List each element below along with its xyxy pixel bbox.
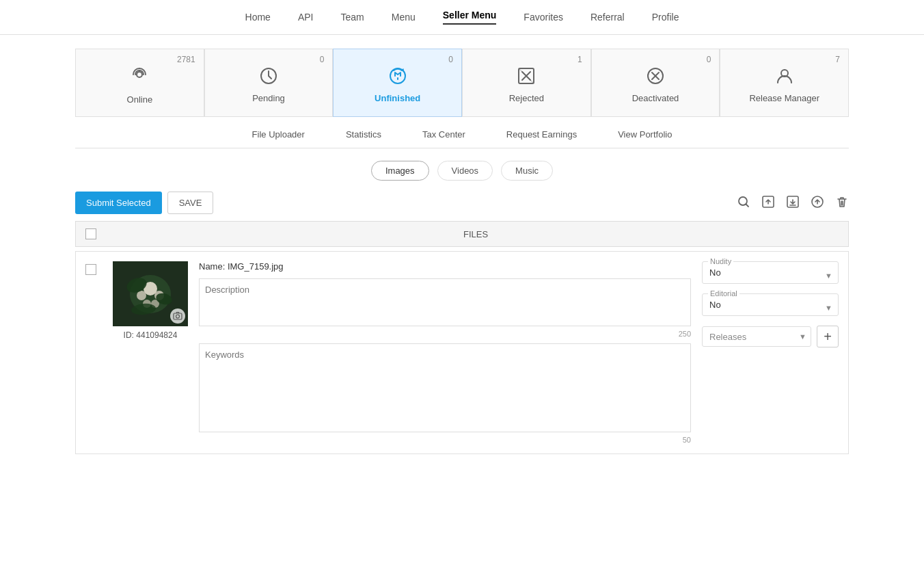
nudity-select[interactable]: No Yes	[709, 265, 831, 278]
deactivated-icon	[644, 65, 666, 89]
card-online[interactable]: 2781 Online	[75, 49, 204, 117]
card-deactivated-label: Deactivated	[632, 93, 679, 103]
tab-videos[interactable]: Videos	[437, 161, 493, 181]
nudity-field-group: Nudity No Yes ▼	[702, 261, 839, 284]
file-row: ID: 441094824 Name: IMG_7159.jpg 250 50 …	[75, 251, 849, 454]
card-release-manager-count: 7	[835, 55, 840, 64]
file-checkbox-wrap[interactable]	[85, 261, 102, 277]
camera-icon-overlay	[170, 308, 185, 324]
card-pending[interactable]: 0 Pending	[204, 49, 334, 117]
card-release-manager[interactable]: 7 Release Manager	[720, 49, 849, 117]
svg-point-0	[137, 72, 142, 77]
editorial-select[interactable]: No Yes	[709, 297, 831, 310]
editorial-field-group: Editorial No Yes ▼	[702, 293, 839, 316]
toolbar: Submit Selected SAVE	[75, 192, 849, 214]
editorial-label: Editorial	[708, 289, 739, 298]
file-id: ID: 441094824	[113, 330, 188, 340]
card-deactivated[interactable]: 0 Deactivated	[591, 49, 720, 117]
card-pending-count: 0	[320, 55, 325, 64]
svg-rect-20	[174, 313, 182, 319]
card-unfinished-label: Unfinished	[375, 93, 420, 103]
card-online-count: 2781	[177, 55, 195, 64]
sec-nav-statistics[interactable]: Statistics	[346, 129, 381, 140]
card-pending-label: Pending	[252, 93, 285, 103]
file-thumbnail-wrap: ID: 441094824	[113, 261, 188, 340]
keywords-input[interactable]	[199, 343, 691, 432]
table-files-header: FILES	[113, 229, 839, 239]
card-unfinished[interactable]: 0 Unfinished	[333, 49, 462, 117]
unfinished-icon	[387, 65, 409, 89]
table-header: FILES	[75, 221, 849, 247]
nav-seller-menu[interactable]: Seller Menu	[443, 10, 497, 25]
nav-api[interactable]: API	[298, 12, 314, 23]
card-rejected[interactable]: 1 Rejected	[462, 49, 591, 117]
tab-images[interactable]: Images	[371, 161, 429, 181]
side-form: Nudity No Yes ▼ Editorial No Yes ▼ Relea…	[702, 261, 839, 347]
sec-nav-request-earnings[interactable]: Request Earnings	[506, 129, 577, 140]
main-nav: Home API Team Menu Seller Menu Favorites…	[0, 0, 924, 35]
export-icon[interactable]	[761, 195, 775, 211]
sec-nav-view-portfolio[interactable]: View Portfolio	[618, 129, 672, 140]
card-release-manager-label: Release Manager	[749, 93, 819, 103]
file-checkbox[interactable]	[85, 264, 96, 275]
tab-music[interactable]: Music	[501, 161, 553, 181]
online-icon	[128, 64, 150, 90]
import-icon[interactable]	[786, 195, 800, 211]
svg-point-13	[137, 291, 146, 300]
sec-nav-tax-center[interactable]: Tax Center	[422, 129, 465, 140]
search-icon[interactable]	[737, 195, 750, 211]
releases-select[interactable]: Releases	[709, 332, 804, 342]
card-deactivated-count: 0	[707, 55, 711, 64]
add-release-button[interactable]: +	[817, 326, 839, 347]
nav-menu[interactable]: Menu	[392, 12, 416, 23]
status-cards-row: 2781 Online 0 Pending 0	[75, 49, 849, 117]
rejected-icon	[515, 65, 537, 89]
secondary-nav: File Uploader Statistics Tax Center Requ…	[75, 129, 849, 148]
card-unfinished-count: 0	[448, 55, 453, 64]
nudity-label: Nudity	[708, 257, 733, 265]
nav-home[interactable]: Home	[245, 12, 271, 23]
nav-referral[interactable]: Referral	[590, 12, 625, 23]
card-rejected-count: 1	[578, 55, 582, 64]
sec-nav-file-uploader[interactable]: File Uploader	[252, 129, 305, 140]
nav-profile[interactable]: Profile	[652, 12, 679, 23]
card-rejected-label: Rejected	[509, 93, 544, 103]
description-input[interactable]	[199, 278, 691, 326]
upload-icon[interactable]	[811, 195, 824, 211]
releases-select-wrap: Releases ▼	[702, 326, 811, 347]
table-select-all[interactable]	[85, 228, 113, 239]
file-thumbnail	[113, 261, 188, 326]
toolbar-right	[737, 195, 849, 211]
description-count: 250	[199, 330, 691, 338]
delete-icon[interactable]	[835, 195, 849, 211]
pending-icon	[258, 65, 280, 89]
svg-point-21	[176, 315, 180, 318]
release-manager-icon	[774, 65, 796, 89]
checkbox-empty[interactable]	[85, 228, 96, 239]
toolbar-left: Submit Selected SAVE	[75, 192, 213, 214]
releases-row: Releases ▼ +	[702, 326, 839, 347]
file-name: Name: IMG_7159.jpg	[199, 261, 691, 272]
media-tabs: Images Videos Music	[0, 161, 924, 181]
card-online-label: Online	[127, 94, 153, 105]
nav-team[interactable]: Team	[341, 12, 364, 23]
file-info: Name: IMG_7159.jpg 250 50	[199, 261, 691, 444]
save-button[interactable]: SAVE	[167, 192, 214, 214]
keywords-count: 50	[199, 436, 691, 444]
nav-favorites[interactable]: Favorites	[524, 12, 563, 23]
submit-selected-button[interactable]: Submit Selected	[75, 192, 162, 214]
